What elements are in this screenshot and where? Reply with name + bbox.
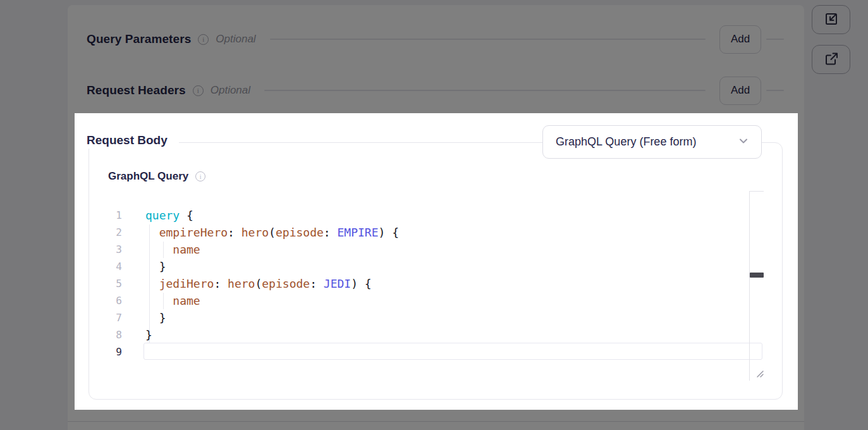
code-line: 1query { xyxy=(89,207,772,224)
add-query-parameter-button[interactable]: Add xyxy=(719,25,761,54)
card-divider xyxy=(68,421,804,422)
code-line: 4 } xyxy=(89,258,772,275)
divider-line xyxy=(270,39,706,40)
code-line: 3 name xyxy=(89,241,772,258)
graphql-code-editor[interactable]: 1query {2 empireHero: hero(episode: EMPI… xyxy=(89,207,772,360)
request-body-title-wrap: Request Body xyxy=(87,132,179,149)
code-text: } xyxy=(145,309,166,326)
collapse-panel-button[interactable] xyxy=(812,5,850,34)
divider-line-stub xyxy=(766,39,784,40)
code-line: 7 } xyxy=(89,309,772,326)
optional-label: Optional xyxy=(211,84,250,97)
body-type-select[interactable]: GraphQL Query (Free form) xyxy=(542,125,762,159)
request-body-section: Request Body GraphQL Query (Free form) G… xyxy=(75,113,798,410)
chevron-down-icon xyxy=(738,136,749,149)
code-text: query { xyxy=(145,207,193,224)
editor-scrollbar-tick xyxy=(749,191,764,192)
line-number: 6 xyxy=(89,292,122,309)
info-icon[interactable]: i xyxy=(193,85,204,96)
line-number: 5 xyxy=(89,275,122,292)
request-body-title: Request Body xyxy=(87,133,168,147)
graphql-query-label: GraphQL Query xyxy=(108,170,188,183)
code-text: empireHero: hero(episode: EMPIRE) { xyxy=(145,224,399,241)
add-request-header-button[interactable]: Add xyxy=(719,77,761,105)
code-text: jediHero: hero(episode: JEDI) { xyxy=(145,275,372,292)
editor-resize-grip[interactable] xyxy=(755,369,765,381)
info-icon[interactable]: i xyxy=(195,171,205,181)
line-number: 8 xyxy=(89,326,122,343)
collapse-panel-icon xyxy=(824,11,839,28)
code-line: 2 empireHero: hero(episode: EMPIRE) { xyxy=(89,224,772,241)
line-number: 4 xyxy=(89,258,122,275)
optional-label: Optional xyxy=(216,33,255,46)
graphql-query-label-row: GraphQL Query i xyxy=(108,170,205,183)
code-text: } xyxy=(145,326,152,343)
open-external-button[interactable] xyxy=(812,45,850,74)
line-number: 2 xyxy=(89,224,122,241)
request-headers-section: Request Headers i Optional Add xyxy=(87,75,784,106)
code-line: 8} xyxy=(89,326,772,343)
code-line: 6 name xyxy=(89,292,772,309)
code-text: name xyxy=(145,241,200,258)
editor-scrollbar-track xyxy=(749,191,750,381)
divider-line xyxy=(264,90,706,91)
divider-line-stub xyxy=(766,90,784,91)
external-link-icon xyxy=(824,51,839,68)
page: Query Parameters i Optional Add Request … xyxy=(0,0,868,430)
line-number: 9 xyxy=(89,343,122,360)
code-text: } xyxy=(145,258,166,275)
line-number: 1 xyxy=(89,207,122,224)
editor-scrollbar-thumb[interactable] xyxy=(750,273,764,278)
code-text: name xyxy=(145,292,200,309)
code-line: 5 jediHero: hero(episode: JEDI) { xyxy=(89,275,772,292)
info-icon[interactable]: i xyxy=(198,34,209,45)
query-parameters-title: Query Parameters xyxy=(87,32,191,46)
line-number: 7 xyxy=(89,309,122,326)
query-parameters-section: Query Parameters i Optional Add xyxy=(87,24,784,54)
line-number: 3 xyxy=(89,241,122,258)
code-line: 9 xyxy=(89,343,772,360)
body-type-select-value: GraphQL Query (Free form) xyxy=(556,135,738,149)
request-headers-title: Request Headers xyxy=(87,83,186,97)
